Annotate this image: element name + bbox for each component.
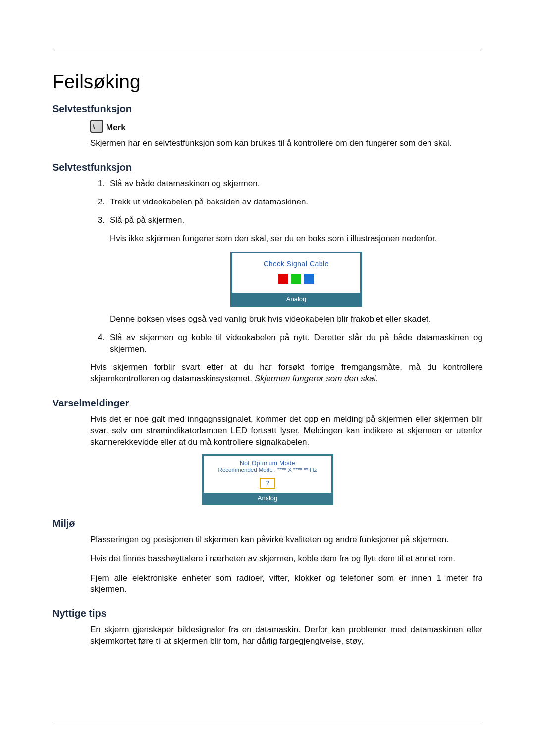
step-text: Trekk ut videokabelen på baksiden av dat… xyxy=(110,197,308,206)
swatch-green xyxy=(291,274,301,284)
note-text: Skjermen har en selvtestfunksjon som kan… xyxy=(90,138,482,149)
note-block: Merk Skjermen har en selvtestfunksjon so… xyxy=(90,120,482,149)
note-label: Merk xyxy=(106,123,126,133)
heading-selftest-2: Selvtestfunksjon xyxy=(53,162,482,173)
list-item: Trekk ut videokabelen på baksiden av dat… xyxy=(107,197,482,208)
bottom-rule xyxy=(53,721,482,721)
miljo-p1: Plasseringen og posisjonen til skjermen … xyxy=(90,534,482,546)
varsel-text: Hvis det er noe galt med inngagnssignale… xyxy=(90,414,482,448)
closing-italic: Skjermen fungerer som den skal. xyxy=(255,374,378,383)
osd-bar: Analog xyxy=(204,493,331,503)
step-text: Slå på på skjermen. xyxy=(110,215,184,225)
manual-page: Feilsøking Selvtestfunksjon Merk Skjerme… xyxy=(0,0,535,756)
osd-inner: Check Signal Cable Analog xyxy=(230,252,362,307)
top-rule xyxy=(53,50,482,50)
osd-check-signal: Check Signal Cable Analog xyxy=(230,252,362,307)
osd-not-optimum: Not Optimum Mode Recommended Mode : ****… xyxy=(202,454,333,505)
heading-miljo: Miljø xyxy=(53,518,482,529)
osd-bar: Analog xyxy=(232,293,360,305)
step-text: Slå av både datamaskinen og skjermen. xyxy=(110,179,260,188)
osd-line1: Not Optimum Mode xyxy=(204,460,331,467)
step-list: Slå av både datamaskinen og skjermen. Tr… xyxy=(90,178,482,355)
heading-tips: Nyttige tips xyxy=(53,608,482,619)
list-item: Slå av skjermen og koble til videokabele… xyxy=(107,332,482,355)
step-subtext: Hvis ikke skjermen fungerer som den skal… xyxy=(110,233,482,245)
osd-inner: Not Optimum Mode Recommended Mode : ****… xyxy=(202,454,333,505)
miljo-p3: Fjern alle elektroniske enheter som radi… xyxy=(90,573,482,596)
swatch-blue xyxy=(304,274,314,284)
osd-line2: Recommended Mode : **** X **** ** Hz xyxy=(204,467,331,473)
heading-varsel: Varselmeldinger xyxy=(53,398,482,409)
osd-title: Check Signal Cable xyxy=(232,259,360,269)
step-subtext: Denne boksen vises også ved vanlig bruk … xyxy=(110,314,482,325)
heading-selftest-1: Selvtestfunksjon xyxy=(53,103,482,115)
tips-p1: En skjerm gjenskaper bildesignaler fra e… xyxy=(90,624,482,647)
color-swatches xyxy=(232,274,360,284)
miljo-p2: Hvis det finnes basshøyttalere i nærhete… xyxy=(90,554,482,565)
closing-paragraph: Hvis skjermen forblir svart etter at du … xyxy=(90,362,482,385)
osd-help-icon: ? xyxy=(260,478,275,489)
page-title: Feilsøking xyxy=(53,71,482,93)
swatch-red xyxy=(278,274,288,284)
list-item: Slå på på skjermen. Hvis ikke skjermen f… xyxy=(107,215,482,325)
list-item: Slå av både datamaskinen og skjermen. xyxy=(107,178,482,190)
note-icon xyxy=(90,120,103,133)
step-text: Slå av skjermen og koble til videokabele… xyxy=(110,333,482,353)
note-row: Merk xyxy=(90,120,482,133)
